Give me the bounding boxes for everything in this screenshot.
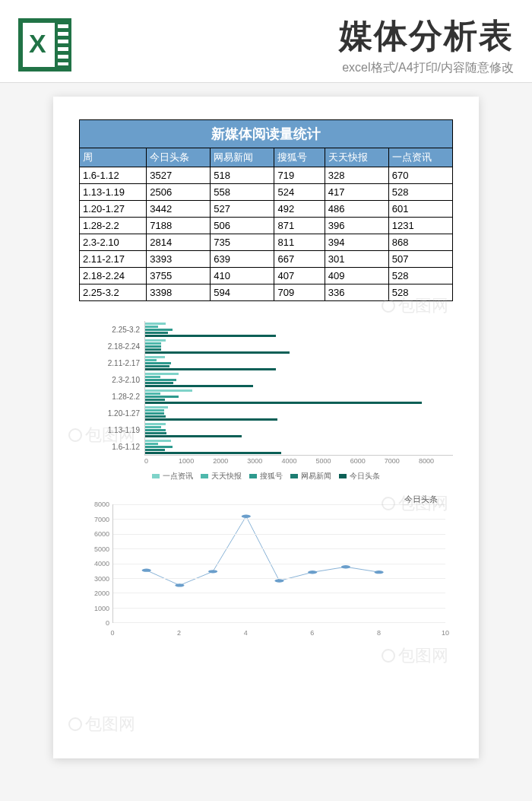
table-cell: 868 [388, 234, 452, 251]
bar-track [144, 338, 453, 354]
line-y-tick: 8000 [79, 501, 109, 508]
line-point [374, 571, 383, 574]
line-x-tick: 8 [377, 629, 381, 637]
bar-row: 2.25-3.2 [79, 321, 453, 338]
bar-category-label: 2.25-3.2 [79, 326, 144, 334]
bar-row: 1.20-1.27 [79, 405, 453, 421]
table-header-cell: 周 [80, 148, 147, 167]
bar-category-label: 2.11-2.17 [79, 359, 144, 367]
bar-segment [145, 393, 160, 395]
bar-segment [145, 412, 164, 415]
bar-row: 2.3-2.10 [79, 371, 453, 388]
table-cell: 3398 [147, 284, 211, 301]
bar-segment [145, 356, 165, 358]
table-cell: 396 [325, 218, 388, 234]
legend-swatch [249, 474, 257, 478]
bar-row: 1.13-1.19 [79, 421, 453, 438]
table-cell: 2.11-2.17 [80, 251, 147, 268]
line-y-tick: 0 [79, 619, 109, 627]
bar-track [144, 421, 453, 438]
table-cell: 301 [325, 251, 388, 268]
table-cell: 558 [211, 184, 274, 201]
table-cell: 524 [274, 184, 325, 201]
bar-segment [145, 389, 192, 392]
bar-row: 1.6-1.12 [79, 438, 453, 455]
table-cell: 594 [211, 284, 274, 301]
template-subtitle: excel格式/A4打印/内容随意修改 [85, 60, 514, 76]
line-point [175, 583, 184, 586]
line-plot-area [112, 504, 445, 623]
bar-segment [145, 329, 173, 331]
line-y-tick: 2000 [79, 590, 109, 597]
bar-segment [145, 423, 166, 425]
legend-item: 天天快报 [201, 471, 242, 482]
bar-segment [145, 382, 173, 384]
bar-segment [145, 348, 161, 351]
legend-label: 天天快报 [211, 471, 242, 482]
bar-segment [145, 342, 161, 345]
table-title: 新媒体阅读量统计 [79, 119, 453, 148]
bar-track [144, 321, 453, 338]
table-header-cell: 网易新闻 [211, 148, 274, 167]
bar-category-label: 1.6-1.12 [79, 443, 144, 451]
bar-segment [145, 429, 166, 431]
table-cell: 409 [325, 268, 388, 284]
bar-segment [145, 351, 290, 354]
table-cell: 3442 [147, 201, 211, 218]
legend-swatch [201, 474, 208, 478]
table-cell: 2814 [147, 234, 211, 251]
table-cell: 417 [325, 184, 388, 201]
line-x-tick: 2 [177, 629, 181, 637]
bar-x-tick: 8000 [419, 457, 453, 465]
bar-segment [145, 373, 179, 375]
bar-segment [145, 385, 253, 387]
table-row: 1.20-1.273442527492486601 [80, 201, 453, 218]
table-cell: 528 [388, 184, 452, 201]
table-cell: 1.28-2.2 [80, 218, 147, 234]
table-header-cell: 搜狐号 [274, 148, 325, 167]
table-cell: 410 [211, 268, 274, 284]
table-header-cell: 一点资讯 [388, 148, 452, 167]
table-cell: 871 [274, 218, 325, 234]
watermark: 包图网 [68, 713, 135, 736]
bar-track [144, 438, 453, 455]
bar-segment [145, 365, 169, 367]
table-cell: 518 [211, 167, 274, 184]
table-cell: 2.3-2.10 [80, 234, 147, 251]
table-cell: 667 [274, 251, 325, 268]
legend-label: 今日头条 [350, 471, 380, 482]
bar-rows: 2.25-3.22.18-2.242.11-2.172.3-2.101.28-2… [79, 321, 453, 455]
table-cell: 394 [325, 234, 388, 251]
table-cell: 1.20-1.27 [80, 201, 147, 218]
bar-segment [145, 440, 171, 442]
bar-segment [145, 435, 242, 437]
bar-segment [145, 449, 165, 451]
template-title: 媒体分析表 [85, 14, 514, 59]
bar-x-tick: 3000 [247, 457, 281, 465]
line-point [274, 579, 283, 582]
line-y-tick: 7000 [79, 516, 109, 523]
table-cell: 719 [274, 167, 325, 184]
table-header-cell: 天天快报 [325, 148, 388, 167]
excel-icon [18, 18, 71, 72]
legend-swatch [339, 474, 347, 478]
bar-row: 2.18-2.24 [79, 338, 453, 354]
bar-segment [145, 332, 168, 334]
table-row: 2.18-2.243755410407409528 [80, 268, 453, 284]
table-row: 2.25-3.23398594709336528 [80, 284, 453, 301]
bar-track [144, 405, 453, 421]
table-row: 2.3-2.102814735811394868 [80, 234, 453, 251]
bar-segment [145, 406, 168, 408]
bar-x-tick: 0 [144, 457, 179, 465]
bar-category-label: 2.3-2.10 [79, 376, 144, 384]
bar-track [144, 388, 453, 405]
legend-item: 网易新闻 [290, 471, 331, 482]
bar-segment [145, 399, 165, 401]
bar-segment [145, 452, 281, 454]
bar-x-axis: 010002000300040005000600070008000 [144, 455, 453, 465]
table-cell: 328 [325, 167, 388, 184]
legend-item: 搜狐号 [249, 471, 283, 482]
line-y-tick: 3000 [79, 575, 109, 583]
bar-segment [145, 402, 422, 404]
legend-swatch [152, 474, 160, 478]
